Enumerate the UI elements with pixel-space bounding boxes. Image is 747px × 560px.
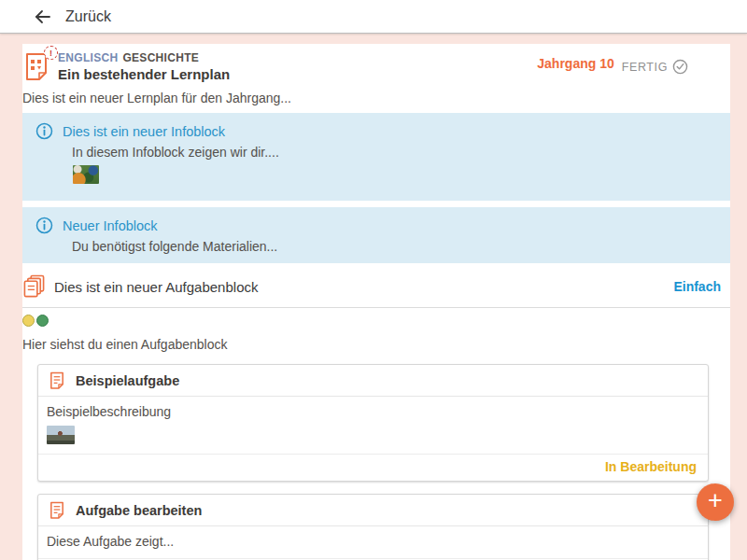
infoblock-title: Neuer Infoblock <box>63 218 158 233</box>
infoblock-title: Dies ist ein neuer Infoblock <box>63 124 225 139</box>
subject-tag-geschichte: GESCHICHTE <box>122 51 199 64</box>
infoblock-body: Du benötigst folgende Materialien... <box>72 239 717 254</box>
taskblock-stacked-pages-icon <box>22 274 46 299</box>
difficulty-dot-green <box>36 315 49 327</box>
add-button[interactable]: + <box>697 483 734 521</box>
screen: Zurück ! ENG <box>0 0 747 560</box>
infoblock-body: In diesem Infoblock zeigen wir dir.... <box>72 145 717 160</box>
plan-header: ! ENGLISCHGESCHICHTE Ein bestehender Ler… <box>22 44 730 82</box>
difficulty-dot-yellow <box>22 315 35 327</box>
task-description: Diese Aufgabe zeigt... <box>47 534 697 549</box>
difficulty-badge: Einfach <box>673 279 721 294</box>
back-button[interactable]: Zurück <box>0 0 747 34</box>
task-card-beispielaufgabe[interactable]: Beispielaufgabe Beispielbeschreibung In … <box>37 364 709 482</box>
grade-badge: Jahrgang 10 <box>537 56 613 71</box>
infoblock-1: Dies ist ein neuer Infoblock In diesem I… <box>22 113 730 201</box>
plan-status[interactable]: FERTIG <box>622 59 693 75</box>
subject-tag-englisch: ENGLISCH <box>58 51 118 64</box>
plan-description: Dies ist ein neuer Lernplan für den Jahr… <box>22 91 730 105</box>
task-card-aufgabe-bearbeiten[interactable]: Aufgabe bearbeiten Diese Aufgabe zeigt..… <box>37 494 709 560</box>
back-label: Zurück <box>65 8 111 25</box>
task-title: Beispielaufgabe <box>76 373 179 388</box>
info-icon <box>35 217 53 234</box>
task-page-icon <box>49 501 64 519</box>
plan-title: Ein bestehender Lernplan <box>58 66 230 82</box>
check-circle-icon <box>672 59 688 75</box>
plan-subjects: ENGLISCHGESCHICHTE <box>58 51 230 64</box>
task-page-icon <box>49 371 64 389</box>
infoblock-2: Neuer Infoblock Du benötigst folgende Ma… <box>22 207 730 263</box>
lernplan-icon: ! <box>25 52 49 82</box>
infoblock-image-thumbnail[interactable] <box>73 165 99 184</box>
lernplan-content: ! ENGLISCHGESCHICHTE Ein bestehender Ler… <box>22 44 730 560</box>
taskblock-description: Hier siehst du einen Aufgabenblock <box>22 337 730 352</box>
taskblock-title: Dies ist ein neuer Aufgabenblock <box>54 279 673 295</box>
task-image-thumbnail[interactable] <box>47 426 75 444</box>
task-status-badge: In Bearbeitung <box>605 459 697 474</box>
task-description: Beispielbeschreibung <box>47 404 697 419</box>
taskblock-header: Dies ist ein neuer Aufgabenblock Einfach <box>22 274 730 308</box>
back-arrow-icon <box>34 8 52 25</box>
info-icon <box>35 122 53 140</box>
task-title: Aufgabe bearbeiten <box>76 503 202 518</box>
plan-status-label: FERTIG <box>622 61 668 74</box>
alert-badge-icon: ! <box>44 46 58 60</box>
difficulty-dots <box>22 315 730 327</box>
